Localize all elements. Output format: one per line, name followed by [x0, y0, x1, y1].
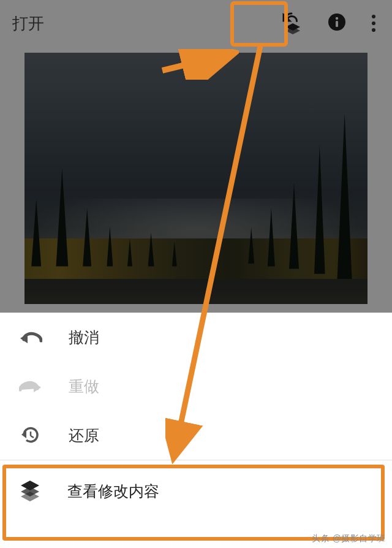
watermark: 头条 @摄影自学班: [312, 533, 386, 544]
menu-redo: 重做: [0, 362, 392, 411]
menu-undo-label: 撤消: [69, 327, 99, 348]
menu-redo-label: 重做: [69, 376, 99, 397]
redo-icon: [18, 379, 43, 394]
menu-revert-label: 还原: [69, 425, 99, 446]
svg-marker-6: [34, 382, 41, 392]
menu-view-edits[interactable]: 查看修改内容: [0, 460, 392, 522]
svg-point-3: [336, 17, 338, 20]
photo-canvas-area: [0, 47, 392, 304]
menu-view-edits-label: 查看修改内容: [67, 481, 159, 501]
svg-marker-12: [21, 492, 39, 501]
svg-rect-4: [336, 21, 338, 27]
edit-stack-button[interactable]: [279, 10, 306, 37]
editor-top-section: 打开: [0, 0, 392, 313]
toolbar-actions: [279, 0, 380, 47]
toolbar: 打开: [0, 0, 392, 47]
info-icon: [328, 13, 346, 34]
layers-icon: [18, 478, 42, 504]
open-button[interactable]: 打开: [12, 13, 44, 34]
svg-marker-5: [20, 333, 28, 343]
revert-icon: [18, 425, 43, 446]
more-button[interactable]: [368, 12, 380, 34]
svg-line-9: [31, 436, 34, 438]
undo-icon: [18, 330, 43, 344]
photo-preview[interactable]: [24, 53, 368, 304]
info-button[interactable]: [326, 12, 348, 34]
more-icon: [372, 15, 375, 18]
bottom-sheet-menu: 撤消 重做 还原 查看修改内: [0, 313, 392, 548]
menu-revert[interactable]: 还原: [0, 411, 392, 460]
menu-undo[interactable]: 撤消: [0, 313, 392, 362]
undo-layers-icon: [281, 10, 305, 37]
